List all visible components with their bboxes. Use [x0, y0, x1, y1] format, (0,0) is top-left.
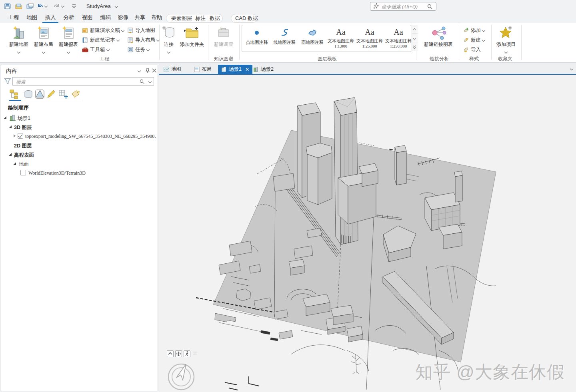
tab-project[interactable]: 工程 — [6, 13, 22, 23]
tree-item-elevation-surfaces[interactable]: 高程表面 — [1, 151, 158, 159]
list-by-data-source-icon[interactable] — [23, 89, 34, 99]
list-by-drawing-order-icon[interactable] — [9, 89, 20, 99]
import-map-icon — [127, 27, 134, 34]
undo-icon[interactable] — [37, 3, 43, 10]
expand-icon[interactable] — [9, 125, 12, 128]
expand-icon[interactable] — [4, 116, 6, 119]
panel-menu-chevron[interactable] — [138, 69, 141, 72]
gallery-item-text-annotation-1000[interactable]: Aa 文本地图注释 1:1,000 — [327, 26, 355, 51]
tree-item-3d-layers[interactable]: 3D 图层 — [1, 123, 158, 131]
gallery-item-polygon-annotation[interactable]: 面地图注释 — [299, 26, 326, 51]
add-item-icon — [499, 26, 513, 40]
list-by-labeling-icon[interactable] — [71, 89, 81, 99]
project-menu-chevron[interactable] — [115, 5, 118, 8]
group-label-knowledge: 知识图谱 — [214, 56, 233, 62]
walk-nav-button[interactable] — [184, 350, 190, 357]
style-add-icon — [463, 27, 469, 34]
tree-item-ground[interactable]: 地面 — [1, 160, 158, 168]
tab-help[interactable]: 帮助 — [149, 13, 165, 23]
tab-imagery[interactable]: 影像 — [115, 13, 131, 23]
import-layout-button[interactable]: 导入布局 — [127, 36, 159, 44]
list-by-selection-icon[interactable] — [35, 89, 45, 99]
tab-data[interactable]: 数据 — [210, 14, 220, 22]
new-investigation-button[interactable]: 新建调查 — [210, 25, 237, 54]
gallery-scroll-down[interactable] — [412, 34, 418, 42]
gallery-item-text-annotation-250000[interactable]: Aa 文本地图注释 1:250,000 — [384, 26, 412, 51]
filter-icon[interactable] — [4, 78, 11, 85]
tab-edit[interactable]: 编辑 — [98, 13, 114, 23]
view-tab-layout[interactable]: 布局 — [191, 65, 215, 74]
tab-map[interactable]: 地图 — [24, 13, 40, 23]
command-search-box[interactable]: 命令搜索 (Alt+Q) — [370, 2, 436, 11]
scene-3d-view[interactable]: 知乎 @大象在休假 — [159, 75, 576, 392]
tree-item-world-elevation[interactable]: WorldElevation3D/Terrain3D — [1, 169, 158, 177]
tree-item-topo-layer[interactable]: topoexport_modeling_SW_667545_3548303_NE… — [1, 132, 158, 140]
tree-item-2d-layers[interactable]: 2D 图层 — [1, 141, 158, 149]
import-map-button[interactable]: 导入地图 — [127, 26, 155, 34]
group-label-project: 工程 — [100, 56, 109, 62]
connect-button[interactable]: 连接 — [160, 25, 178, 54]
new-layout-icon — [37, 26, 50, 40]
pan-nav-button[interactable] — [175, 350, 182, 357]
undo-menu-chevron[interactable] — [44, 4, 48, 8]
layer-checkbox-unchecked[interactable] — [20, 170, 26, 175]
open-project-icon[interactable] — [15, 3, 22, 10]
scene1-tab-icon — [221, 67, 227, 72]
new-report-button[interactable]: 新建报表 — [56, 25, 80, 54]
expand-icon[interactable] — [9, 153, 12, 156]
redo-icon[interactable] — [54, 3, 60, 10]
layer-checkbox-checked[interactable] — [18, 133, 23, 139]
tab-analysis[interactable]: 分析 — [61, 13, 77, 23]
tab-cad-data[interactable]: CAD 数据 — [235, 14, 258, 22]
view-tab-bar: 地图 布局 场景1 ✕ 场景2 — [159, 65, 576, 74]
tasks-button[interactable]: 任务 — [127, 46, 149, 54]
tab-view[interactable]: 视图 — [79, 13, 95, 23]
collapsed-icon[interactable] — [14, 134, 16, 137]
expand-nav-button[interactable] — [167, 350, 174, 357]
expand-icon[interactable] — [13, 162, 16, 165]
scene-canvas — [159, 75, 576, 392]
list-by-editing-icon[interactable] — [46, 89, 56, 99]
tab-share[interactable]: 共享 — [132, 13, 148, 23]
drag-dots-icon[interactable] — [193, 351, 197, 355]
new-map-icon — [12, 26, 26, 40]
close-panel-icon[interactable] — [152, 68, 156, 73]
contents-search-box[interactable]: 搜索 — [12, 77, 154, 86]
contents-search-chevron[interactable] — [148, 80, 152, 83]
toolbox-button[interactable]: 工具箱 — [82, 46, 109, 54]
style-import-button[interactable]: 导入 — [463, 46, 481, 54]
view-tab-scene2[interactable]: 场景2 — [250, 65, 277, 74]
tab-insert[interactable]: 插入 — [42, 13, 58, 23]
new-map-button[interactable]: 新建地图 — [7, 25, 31, 54]
add-folder-button[interactable]: 添加文件夹 — [178, 25, 206, 54]
gallery-item-text-annotation-25000[interactable]: Aa 文本地图注释 1:25,000 — [356, 26, 384, 51]
save-as-icon[interactable] — [26, 3, 34, 10]
customize-toolbar-icon[interactable] — [71, 3, 77, 9]
new-link-chart-button[interactable]: 新建链接图表 — [422, 25, 454, 54]
tab-labeling[interactable]: 标注 — [195, 14, 206, 22]
gallery-expand[interactable] — [412, 42, 418, 51]
tab-feature-layer[interactable]: 要素图层 — [171, 14, 192, 22]
new-presentation-button[interactable]: 新建演示文稿 — [82, 26, 124, 34]
save-project-icon[interactable] — [4, 3, 11, 10]
redo-menu-chevron[interactable] — [61, 4, 64, 8]
pin-icon[interactable] — [145, 68, 150, 74]
new-notebook-button[interactable]: 新建笔记本 — [82, 36, 119, 44]
style-new-button[interactable]: 新建 — [463, 36, 485, 44]
view-tab-scene1[interactable]: 场景1 ✕ — [218, 65, 252, 74]
view-tab-map[interactable]: 地图 — [160, 65, 184, 74]
compass[interactable] — [165, 361, 197, 392]
tab-list-chevron[interactable] — [570, 67, 573, 70]
style-add-button[interactable]: 添加 — [463, 26, 485, 34]
gallery-item-line-annotation[interactable]: 线地图注释 — [271, 26, 298, 51]
new-notebook-icon — [82, 37, 88, 43]
add-item-button[interactable]: 添加项目 — [494, 25, 518, 54]
connect-icon — [162, 26, 176, 40]
gallery-scroll-up[interactable] — [412, 25, 418, 34]
new-layout-button[interactable]: 新建布局 — [32, 25, 56, 54]
gallery-item-point-annotation[interactable]: 点地图注释 — [244, 26, 270, 51]
list-by-snapping-icon[interactable] — [58, 89, 68, 99]
tree-item-scene1[interactable]: 场景1 — [1, 114, 158, 122]
close-tab-icon[interactable]: ✕ — [245, 67, 249, 72]
style-import-icon — [463, 46, 469, 53]
